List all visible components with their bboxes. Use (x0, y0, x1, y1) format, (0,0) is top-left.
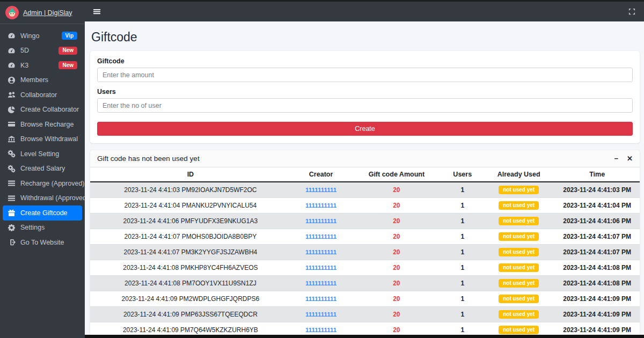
not-used-badge: not used yet (499, 201, 539, 210)
sidebar-item-browse-withdrawal[interactable]: Browse Withdrawal (3, 132, 82, 147)
hamburger-icon[interactable] (93, 8, 101, 16)
already-used-cell: not used yet (483, 245, 554, 260)
creator-link[interactable]: 1111111111 (305, 311, 336, 318)
giftcode-table: ID Creator Gift code Amount Users Alread… (90, 167, 640, 335)
giftcode-amount: 20 (351, 214, 442, 229)
table-row: 2023-11-24 4:41:03 PM92IOAKJN7D5WF2OC111… (90, 182, 640, 198)
giftcode-id: 2023-11-24 4:41:06 PMFYUDFX3E9NKUG1A3 (90, 214, 291, 229)
creator-cell: 1111111111 (291, 245, 352, 260)
sidebar-item-settings[interactable]: Settings (3, 221, 82, 236)
creator-link[interactable]: 1111111111 (305, 202, 336, 209)
giftcode-amount: 20 (351, 291, 442, 307)
minimize-icon[interactable]: − (614, 155, 619, 162)
giftcode-amount: 20 (351, 260, 442, 276)
create-button[interactable]: Create (97, 122, 633, 136)
sidebar-item-create-collaborator[interactable]: Create Collaborator (3, 102, 82, 117)
table-row: 2023-11-24 4:41:09 PM7Q64W5KZKZURH6YB111… (90, 322, 640, 335)
table-row: 2023-11-24 4:41:08 PMKHP8YC4FH6AZVEOS111… (90, 260, 640, 276)
sidebar-item-created-salary[interactable]: Created Salary (3, 161, 82, 177)
sidebar-item-label: Level Setting (20, 150, 59, 158)
sidebar-badge: New (58, 61, 77, 69)
users-count-input[interactable] (97, 98, 633, 113)
signout-icon (8, 238, 16, 246)
brand-label: Admin | DigiSlay (23, 9, 72, 17)
main-area: Giftcode Giftcode Users Create Gift code… (85, 2, 644, 338)
not-used-badge: not used yet (499, 326, 539, 334)
creator-link[interactable]: 1111111111 (305, 296, 336, 302)
giftcode-label: Giftcode (97, 57, 633, 65)
sidebar-item-wingo[interactable]: WingoVip (3, 28, 82, 43)
giftcode-table-body: 2023-11-24 4:41:03 PM92IOAKJN7D5WF2OC111… (90, 182, 640, 335)
sidebar-item-collaborator[interactable]: Collaborator (3, 87, 82, 102)
creator-link[interactable]: 1111111111 (305, 233, 336, 240)
not-used-badge: not used yet (499, 248, 539, 256)
sidebar-item-label: Created Salary (20, 165, 65, 172)
giftcode-users: 1 (442, 182, 483, 198)
sidebar-item-go-to-website[interactable]: Go To Website (3, 235, 82, 250)
table-header: ID Creator Gift code Amount Users Alread… (90, 167, 640, 182)
already-used-cell: not used yet (483, 276, 554, 291)
sidebar-badge: New (58, 47, 77, 55)
giftcode-amount: 20 (351, 322, 442, 335)
giftcode-time: 2023-11-24 4:41:09 PM (554, 307, 640, 322)
not-used-badge: not used yet (499, 295, 539, 303)
close-icon[interactable]: ✕ (627, 155, 633, 162)
sidebar-badge: Vip (62, 32, 77, 40)
table-row: 2023-11-24 4:41:06 PMFYUDFX3E9NKUG1A3111… (90, 214, 640, 229)
gears-icon (8, 165, 16, 173)
sidebar-item-withdrawal-approved[interactable]: Withdrawal (Approved) (3, 191, 82, 206)
expand-icon[interactable] (628, 8, 636, 16)
creator-cell: 1111111111 (291, 276, 352, 291)
gears-icon (8, 150, 16, 158)
creator-cell: 1111111111 (291, 260, 352, 276)
topbar (85, 2, 644, 21)
bank-icon (8, 135, 16, 143)
window-bottom-edge (85, 335, 644, 338)
giftcode-amount: 20 (351, 198, 442, 214)
list-icon (8, 179, 16, 187)
giftcode-users: 1 (442, 276, 483, 291)
sidebar-item-label: Create Collaborator (20, 106, 79, 113)
giftcode-users: 1 (442, 260, 483, 276)
not-used-badge: not used yet (499, 186, 539, 194)
avatar (5, 6, 19, 19)
sidebar-item-5d[interactable]: 5DNew (3, 43, 82, 58)
brand-link[interactable]: Admin | DigiSlay (0, 2, 85, 24)
creator-link[interactable]: 1111111111 (305, 327, 336, 333)
giftcode-time: 2023-11-24 4:41:06 PM (554, 214, 640, 229)
not-used-badge: not used yet (499, 310, 539, 319)
table-card-header: Gift code has not been used yet − ✕ (90, 150, 640, 167)
giftcode-id: 2023-11-24 4:41:07 PMOHS0BJOIDA8B0BPY (90, 229, 291, 245)
sidebar-item-create-giftcode[interactable]: Create Giftcode (3, 205, 82, 221)
already-used-cell: not used yet (483, 182, 554, 198)
creator-link[interactable]: 1111111111 (305, 187, 336, 193)
content: Giftcode Giftcode Users Create Gift code… (85, 21, 644, 335)
giftcode-time: 2023-11-24 4:41:08 PM (554, 276, 640, 291)
sidebar-item-label: Collaborator (20, 91, 57, 99)
table-row: 2023-11-24 4:41:07 PMOHS0BJOIDA8B0BPY111… (90, 229, 640, 245)
creator-link[interactable]: 1111111111 (305, 280, 336, 286)
giftcode-amount: 20 (351, 229, 442, 245)
sidebar-item-browse-recharge[interactable]: Browse Recharge (3, 117, 82, 132)
gauge-icon (8, 61, 16, 69)
sidebar-item-k3[interactable]: K3New (3, 58, 82, 73)
giftcode-time: 2023-11-24 4:41:09 PM (554, 291, 640, 307)
creator-link[interactable]: 1111111111 (305, 218, 336, 224)
not-used-badge: not used yet (499, 232, 539, 241)
credit-card-icon (8, 120, 16, 128)
sidebar-item-level-setting[interactable]: Level Setting (3, 146, 82, 161)
already-used-cell: not used yet (483, 260, 554, 276)
sidebar-item-members[interactable]: Members (3, 73, 82, 88)
giftcode-amount-input[interactable] (97, 68, 633, 82)
sidebar-nav: WingoVip5DNewK3NewMembersCollaboratorCre… (0, 24, 85, 254)
giftcode-amount: 20 (351, 307, 442, 322)
giftcode-id: 2023-11-24 4:41:08 PM7OOY1VX11U9SN1ZJ (90, 276, 291, 291)
giftcode-users: 1 (442, 198, 483, 214)
table-card-title: Gift code has not been used yet (97, 155, 200, 163)
gauge-icon (8, 32, 16, 40)
sidebar-item-recharge-approved[interactable]: Recharge (Approved) (3, 176, 82, 191)
creator-link[interactable]: 1111111111 (305, 249, 336, 255)
creator-link[interactable]: 1111111111 (305, 264, 336, 271)
sidebar-item-label: Browse Recharge (20, 121, 74, 128)
sidebar-item-label: 5D (20, 47, 29, 54)
